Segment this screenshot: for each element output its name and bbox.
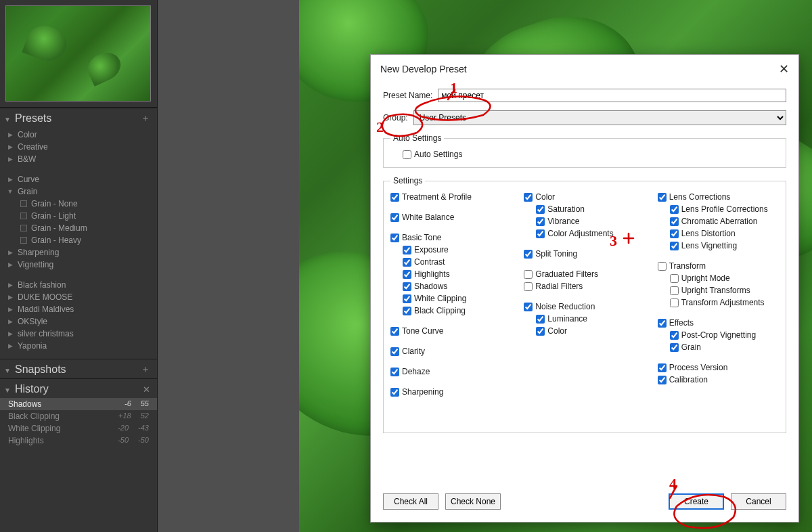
preset-folder[interactable]: ▶Color — [0, 129, 157, 141]
preset-thumb-icon — [20, 213, 27, 219]
chevron-right-icon[interactable]: ▶ — [7, 261, 14, 268]
presets-panel-header[interactable]: ▼Presets ＋ — [0, 108, 157, 127]
preset-folder[interactable]: ▶Yaponia — [0, 340, 157, 352]
preset-folder[interactable]: ▶Vignetting — [0, 259, 157, 271]
chevron-right-icon[interactable]: ▶ — [7, 176, 14, 183]
setting-check[interactable]: Black Clipping — [403, 305, 512, 317]
setting-check[interactable]: Lens Distortion — [670, 227, 779, 240]
preset-folder[interactable]: ▶B&W — [0, 153, 157, 165]
snapshots-panel-header[interactable]: ▼Snapshots ＋ — [0, 359, 157, 378]
setting-check[interactable]: Dehaze — [390, 365, 512, 378]
setting-check[interactable]: Calibration — [658, 374, 779, 386]
preset-folder[interactable]: ▶Curve — [0, 173, 157, 185]
chevron-down-icon[interactable]: ▼ — [7, 188, 14, 195]
chevron-right-icon[interactable]: ▶ — [7, 306, 14, 313]
preset-folder[interactable]: ▼Grain — [0, 185, 157, 198]
setting-check[interactable]: Highlights — [403, 268, 512, 280]
dialog-title-text: New Develop Preset — [380, 64, 467, 74]
add-preset-icon[interactable]: ＋ — [141, 112, 150, 125]
setting-check[interactable]: Contrast — [403, 256, 512, 268]
history-panel-header[interactable]: ▼History ✕ — [0, 378, 157, 398]
history-row[interactable]: Shadows-655 — [0, 398, 157, 410]
setting-check[interactable]: Effects — [658, 317, 779, 329]
history-list: Shadows-655Black Clipping+1852White Clip… — [0, 398, 157, 447]
preset-folder[interactable]: ▶Maddi Maldives — [0, 303, 157, 315]
dialog-button-row: Check All Check None Create Cancel — [371, 484, 798, 522]
chevron-right-icon[interactable]: ▶ — [7, 342, 14, 349]
cancel-button[interactable]: Cancel — [731, 493, 786, 510]
setting-check[interactable]: Clarity — [390, 345, 512, 357]
chevron-right-icon[interactable]: ▶ — [7, 131, 14, 138]
setting-check[interactable]: Lens Profile Corrections — [670, 203, 779, 215]
navigator-thumbnail[interactable] — [5, 5, 151, 102]
chevron-down-icon[interactable]: ▼ — [4, 367, 11, 374]
settings-col-1: Treatment & ProfileWhite BalanceBasic To… — [390, 191, 512, 398]
add-snapshot-icon[interactable]: ＋ — [141, 363, 150, 376]
chevron-right-icon[interactable]: ▶ — [7, 143, 14, 150]
preset-item[interactable]: Grain - Heavy — [0, 234, 157, 246]
preset-item[interactable]: Grain - Medium — [0, 222, 157, 234]
clear-history-icon[interactable]: ✕ — [143, 384, 150, 395]
setting-check[interactable]: Upright Transforms — [670, 284, 779, 296]
auto-settings-check[interactable]: Auto Settings — [403, 148, 779, 160]
preset-thumb-icon — [20, 225, 27, 231]
setting-check[interactable]: Split Toning — [524, 248, 645, 260]
preset-folder[interactable]: ▶OKStyle — [0, 315, 157, 328]
chevron-right-icon[interactable]: ▶ — [7, 249, 14, 256]
history-row[interactable]: Highlights-50-50 — [0, 435, 157, 447]
setting-check[interactable]: Color — [536, 325, 645, 337]
chevron-right-icon[interactable]: ▶ — [7, 330, 14, 337]
preset-folder[interactable]: ▶DUKE MOOSE — [0, 291, 157, 303]
setting-check[interactable]: Radial Filters — [524, 280, 645, 292]
preset-folder[interactable]: ▶Black fashion — [0, 279, 157, 291]
setting-check[interactable]: Chromatic Aberration — [670, 215, 779, 227]
setting-check[interactable]: Transform — [658, 260, 779, 272]
chevron-right-icon[interactable]: ▶ — [7, 294, 14, 301]
setting-check[interactable]: Basic Tone — [390, 231, 512, 244]
setting-check[interactable]: White Clipping — [403, 292, 512, 305]
chevron-right-icon[interactable]: ▶ — [7, 318, 14, 325]
setting-check[interactable]: Sharpening — [390, 386, 512, 398]
setting-check[interactable]: Shadows — [403, 280, 512, 292]
preset-folder[interactable]: ▶silver christmas — [0, 328, 157, 340]
close-icon[interactable]: ✕ — [779, 62, 789, 76]
navigator-thumbnail-area — [0, 0, 157, 108]
setting-check[interactable]: Exposure — [403, 244, 512, 256]
setting-check[interactable]: Graduated Filters — [524, 268, 645, 280]
setting-check[interactable]: Saturation — [536, 203, 645, 215]
setting-check[interactable]: Noise Reduction — [524, 301, 645, 313]
preset-item[interactable]: Grain - Light — [0, 210, 157, 222]
setting-check[interactable]: Luminance — [536, 313, 645, 325]
history-row[interactable]: White Clipping-20-43 — [0, 422, 157, 435]
check-all-button[interactable]: Check All — [383, 493, 438, 510]
setting-check[interactable]: Post-Crop Vignetting — [670, 329, 779, 341]
preset-thumb-icon — [20, 237, 27, 244]
preset-name-input[interactable] — [438, 89, 786, 102]
setting-check[interactable]: Color Adjustments — [536, 227, 645, 240]
create-button[interactable]: Create — [669, 493, 724, 510]
chevron-down-icon[interactable]: ▼ — [4, 116, 11, 123]
settings-fieldset: Settings Treatment & ProfileWhite Balanc… — [383, 176, 786, 433]
setting-check[interactable]: Tone Curve — [390, 325, 512, 337]
group-select[interactable]: User Presets — [413, 110, 786, 125]
preset-item[interactable]: Grain - None — [0, 198, 157, 210]
setting-check[interactable]: Treatment & Profile — [390, 191, 512, 203]
setting-check[interactable]: Process Version — [658, 361, 779, 374]
setting-check[interactable]: Color — [524, 191, 645, 203]
setting-check[interactable]: Transform Adjustments — [670, 296, 779, 309]
chevron-down-icon[interactable]: ▼ — [4, 386, 11, 394]
chevron-right-icon[interactable]: ▶ — [7, 282, 14, 288]
chevron-right-icon[interactable]: ▶ — [7, 156, 14, 162]
setting-check[interactable]: Upright Mode — [670, 272, 779, 284]
history-row[interactable]: Black Clipping+1852 — [0, 410, 157, 422]
setting-check[interactable]: White Balance — [390, 211, 512, 223]
setting-check[interactable]: Lens Vignetting — [670, 240, 779, 252]
preset-name-label: Preset Name: — [383, 91, 432, 100]
check-none-button[interactable]: Check None — [445, 493, 501, 510]
setting-check[interactable]: Lens Corrections — [658, 191, 779, 203]
preset-folder[interactable]: ▶Creative — [0, 141, 157, 153]
setting-check[interactable]: Grain — [670, 341, 779, 353]
new-develop-preset-dialog: New Develop Preset ✕ Preset Name: Group:… — [370, 54, 799, 523]
preset-folder[interactable]: ▶Sharpening — [0, 246, 157, 259]
setting-check[interactable]: Vibrance — [536, 215, 645, 227]
